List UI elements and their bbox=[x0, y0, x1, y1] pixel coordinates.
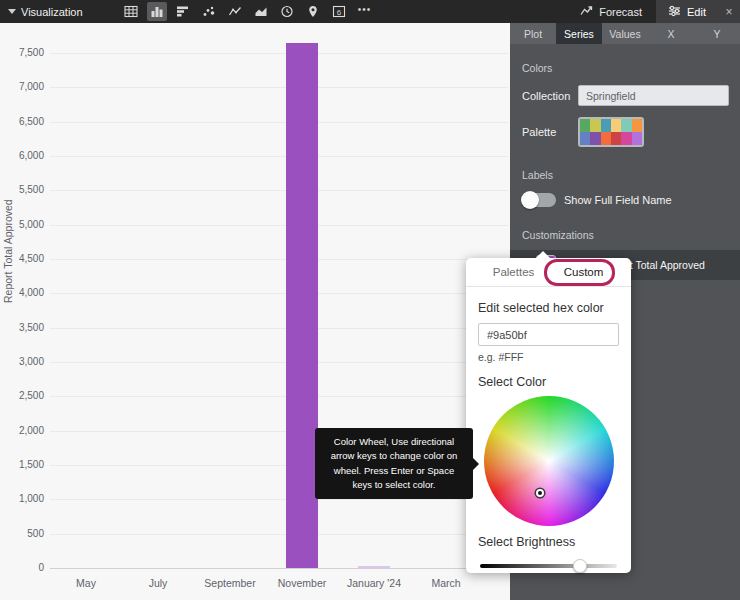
timeline-icon[interactable] bbox=[277, 2, 297, 21]
hex-color-heading: Edit selected hex color bbox=[478, 301, 619, 315]
toggle-knob bbox=[521, 191, 539, 209]
y-gridline bbox=[50, 499, 508, 500]
y-tick-label: 500 bbox=[0, 528, 44, 539]
bar-chart-icon[interactable] bbox=[173, 2, 193, 21]
x-tick-label: May bbox=[46, 577, 126, 589]
tooltip-arrow-icon bbox=[473, 458, 479, 470]
colors-section-header: Colors bbox=[522, 62, 728, 74]
close-icon[interactable]: × bbox=[718, 0, 740, 23]
chart-bar[interactable] bbox=[286, 43, 318, 568]
y-gridline bbox=[50, 568, 508, 569]
y-gridline bbox=[50, 225, 508, 226]
y-gridline bbox=[50, 396, 508, 397]
x-tick-label: July bbox=[118, 577, 198, 589]
panel-body: Colors Collection Palette Labels Show Fu… bbox=[510, 44, 740, 280]
y-gridline bbox=[50, 328, 508, 329]
y-gridline bbox=[50, 259, 508, 260]
color-picker-content: Edit selected hex color e.g. #FFF Select… bbox=[466, 287, 631, 573]
y-gridline bbox=[50, 156, 508, 157]
collection-input[interactable] bbox=[578, 85, 729, 106]
palette-color-swatch bbox=[590, 132, 600, 145]
visualization-editor: Visualization 6••• Forecast Edit × Repor… bbox=[0, 0, 740, 600]
y-tick-label: 0 bbox=[0, 562, 44, 573]
visualization-dropdown[interactable]: Visualization bbox=[0, 6, 93, 18]
y-tick-label: 3,000 bbox=[0, 356, 44, 367]
hex-hint: e.g. #FFF bbox=[478, 351, 619, 363]
color-picker-tab-bar: PalettesCustom bbox=[466, 258, 631, 287]
y-gridline bbox=[50, 122, 508, 123]
color-wheel[interactable] bbox=[484, 396, 614, 526]
select-color-label: Select Color bbox=[478, 375, 619, 389]
y-tick-label: 7,000 bbox=[0, 81, 44, 92]
line-chart-icon[interactable] bbox=[225, 2, 245, 21]
palette-color-swatch bbox=[580, 119, 590, 132]
palette-color-swatch bbox=[621, 119, 631, 132]
tab-plot[interactable]: Plot bbox=[510, 23, 556, 44]
y-tick-label: 6,000 bbox=[0, 150, 44, 161]
brightness-knob[interactable] bbox=[573, 559, 587, 573]
y-tick-label: 4,000 bbox=[0, 287, 44, 298]
chart-type-switcher: 6••• bbox=[121, 2, 375, 21]
y-gridline bbox=[50, 87, 508, 88]
show-full-field-name-row: Show Full Field Name bbox=[522, 193, 728, 207]
palette-color-swatch bbox=[590, 119, 600, 132]
select-brightness-label: Select Brightness bbox=[478, 535, 619, 549]
x-tick-label: January '24 bbox=[334, 577, 414, 589]
palette-color-swatch bbox=[632, 132, 642, 145]
more-icon[interactable]: ••• bbox=[355, 2, 375, 21]
y-tick-label: 2,500 bbox=[0, 390, 44, 401]
sliders-icon bbox=[668, 5, 681, 19]
x-tick-label: September bbox=[190, 577, 270, 589]
edit-button[interactable]: Edit bbox=[656, 0, 718, 23]
palette-color-swatch bbox=[632, 119, 642, 132]
tooltip-text: Color Wheel, Use directional arrow keys … bbox=[331, 436, 458, 490]
palette-color-swatch bbox=[580, 132, 590, 145]
chart-bar[interactable] bbox=[358, 566, 390, 568]
y-tick-label: 1,500 bbox=[0, 459, 44, 470]
palette-color-swatch bbox=[601, 132, 611, 145]
y-tick-label: 5,000 bbox=[0, 219, 44, 230]
tab-y[interactable]: Y bbox=[694, 23, 740, 44]
column-chart-icon[interactable] bbox=[147, 2, 167, 21]
collection-row: Collection bbox=[522, 85, 728, 106]
palette-label: Palette bbox=[522, 126, 578, 138]
y-gridline bbox=[50, 362, 508, 363]
labels-section-header: Labels bbox=[522, 169, 728, 181]
show-full-field-name-toggle[interactable] bbox=[522, 193, 556, 207]
y-tick-label: 2,000 bbox=[0, 425, 44, 436]
y-tick-label: 5,500 bbox=[0, 184, 44, 195]
y-gridline bbox=[50, 534, 508, 535]
palette-color-swatch bbox=[611, 119, 621, 132]
map-pin-icon[interactable] bbox=[303, 2, 323, 21]
y-tick-label: 3,500 bbox=[0, 322, 44, 333]
area-chart-icon[interactable] bbox=[251, 2, 271, 21]
tab-series[interactable]: Series bbox=[556, 23, 602, 44]
toolbar-right: Forecast Edit × bbox=[566, 0, 740, 23]
x-tick-label: March bbox=[406, 577, 486, 589]
palette-selector[interactable] bbox=[578, 117, 644, 147]
forecast-button[interactable]: Forecast bbox=[566, 0, 656, 23]
color-picker-tab-custom[interactable]: Custom bbox=[549, 258, 619, 286]
palette-row: Palette bbox=[522, 117, 728, 147]
palette-color-swatch bbox=[601, 119, 611, 132]
single-value-icon[interactable]: 6 bbox=[329, 2, 349, 21]
tab-values[interactable]: Values bbox=[602, 23, 648, 44]
y-gridline bbox=[50, 190, 508, 191]
scatter-icon[interactable] bbox=[199, 2, 219, 21]
y-tick-label: 6,500 bbox=[0, 116, 44, 127]
collection-label: Collection bbox=[522, 90, 578, 102]
brightness-slider[interactable] bbox=[478, 559, 619, 573]
y-tick-label: 1,000 bbox=[0, 493, 44, 504]
toggle-label: Show Full Field Name bbox=[564, 194, 672, 206]
y-gridline bbox=[50, 293, 508, 294]
color-wheel-cursor[interactable] bbox=[536, 489, 544, 497]
forecast-label: Forecast bbox=[599, 6, 642, 18]
table-icon[interactable] bbox=[121, 2, 141, 21]
hex-color-input[interactable] bbox=[478, 323, 619, 346]
palette-color-swatch bbox=[621, 132, 631, 145]
chevron-down-icon bbox=[8, 9, 16, 14]
color-picker-tab-palettes[interactable]: Palettes bbox=[479, 258, 549, 286]
tab-x[interactable]: X bbox=[648, 23, 694, 44]
panel-tab-bar: PlotSeriesValuesXY bbox=[510, 23, 740, 44]
customizations-section-header: Customizations bbox=[522, 229, 728, 241]
